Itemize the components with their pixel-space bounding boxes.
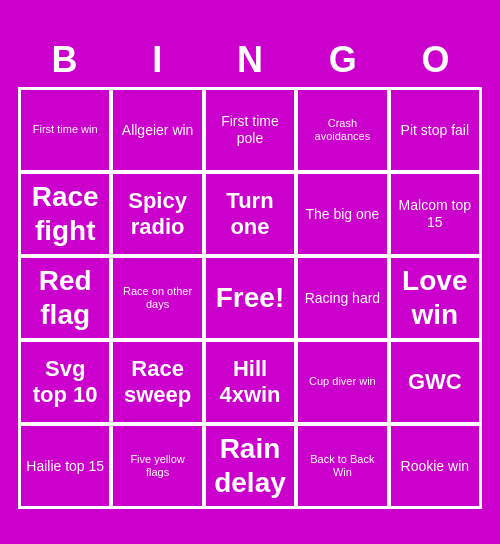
cell-r2-c1[interactable]: Race on other days [112,257,202,339]
cell-r1-c0[interactable]: Race fight [20,173,110,255]
cell-r0-c4[interactable]: Pit stop fail [390,89,480,171]
cell-text-r2-c0: Red flag [25,264,105,331]
cell-text-r3-c1: Race sweep [117,356,197,409]
cell-r3-c2[interactable]: Hill 4xwin [205,341,295,423]
cell-text-r2-c1: Race on other days [117,285,197,311]
header-i: I [111,35,204,85]
cell-text-r0-c4: Pit stop fail [401,122,469,139]
cell-text-r0-c0: First time win [33,123,98,136]
cell-text-r3-c3: Cup diver win [309,375,376,388]
cell-text-r4-c0: Hailie top 15 [26,458,104,475]
cell-text-r4-c3: Back to Back Win [302,453,382,479]
cell-text-r2-c2: Free! [216,281,284,315]
cell-r2-c3[interactable]: Racing hard [297,257,387,339]
bingo-grid: First time winAllgeier winFirst time pol… [18,87,482,509]
cell-r0-c1[interactable]: Allgeier win [112,89,202,171]
cell-text-r4-c1: Five yellow flags [117,453,197,479]
cell-text-r1-c4: Malcom top 15 [395,197,475,231]
cell-r2-c4[interactable]: Love win [390,257,480,339]
cell-r4-c3[interactable]: Back to Back Win [297,425,387,507]
cell-text-r4-c2: Rain delay [210,432,290,499]
cell-text-r0-c2: First time pole [210,113,290,147]
bingo-header: B I N G O [18,35,482,85]
cell-r4-c2[interactable]: Rain delay [205,425,295,507]
cell-text-r0-c1: Allgeier win [122,122,194,139]
cell-text-r0-c3: Crash avoidances [302,117,382,143]
cell-r1-c4[interactable]: Malcom top 15 [390,173,480,255]
cell-text-r1-c0: Race fight [25,180,105,247]
cell-r2-c2[interactable]: Free! [205,257,295,339]
cell-text-r1-c3: The big one [305,206,379,223]
cell-r1-c3[interactable]: The big one [297,173,387,255]
cell-text-r4-c4: Rookie win [401,458,469,475]
cell-text-r3-c0: Svg top 10 [25,356,105,409]
cell-text-r3-c4: GWC [408,369,462,395]
cell-text-r3-c2: Hill 4xwin [210,356,290,409]
header-o: O [389,35,482,85]
cell-text-r1-c1: Spicy radio [117,188,197,241]
cell-r0-c2[interactable]: First time pole [205,89,295,171]
cell-r2-c0[interactable]: Red flag [20,257,110,339]
cell-r3-c0[interactable]: Svg top 10 [20,341,110,423]
header-g: G [296,35,389,85]
cell-r3-c3[interactable]: Cup diver win [297,341,387,423]
header-n: N [204,35,297,85]
cell-r4-c1[interactable]: Five yellow flags [112,425,202,507]
cell-text-r2-c3: Racing hard [305,290,381,307]
cell-r4-c4[interactable]: Rookie win [390,425,480,507]
cell-r1-c2[interactable]: Turn one [205,173,295,255]
cell-r3-c1[interactable]: Race sweep [112,341,202,423]
cell-r1-c1[interactable]: Spicy radio [112,173,202,255]
cell-r4-c0[interactable]: Hailie top 15 [20,425,110,507]
cell-r0-c0[interactable]: First time win [20,89,110,171]
cell-r3-c4[interactable]: GWC [390,341,480,423]
header-b: B [18,35,111,85]
cell-text-r1-c2: Turn one [210,188,290,241]
bingo-card: B I N G O First time winAllgeier winFirs… [10,27,490,517]
cell-r0-c3[interactable]: Crash avoidances [297,89,387,171]
cell-text-r2-c4: Love win [395,264,475,331]
